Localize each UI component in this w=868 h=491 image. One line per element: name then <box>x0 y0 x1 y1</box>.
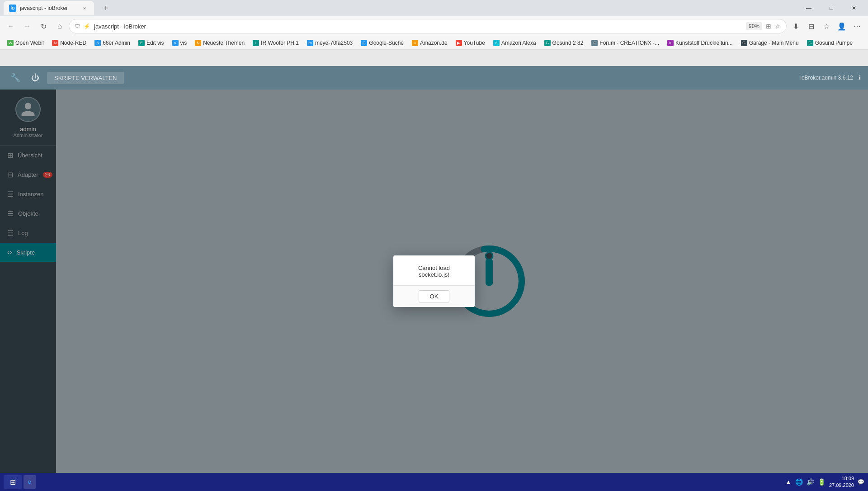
bookmark-favicon: v <box>172 40 179 46</box>
bookmark-neueste-themen[interactable]: NNeueste Themen <box>191 38 248 47</box>
bookmark-gosund-2-82[interactable]: GGosund 2 82 <box>541 38 587 47</box>
bookmark-vis[interactable]: vvis <box>169 38 191 47</box>
bookmark-youtube[interactable]: ▶YouTube <box>452 38 489 47</box>
bookmark-meye-70fa2503[interactable]: mmeye-70fa2503 <box>303 38 356 47</box>
start-button[interactable]: ⊞ <box>4 475 22 489</box>
new-tab-button[interactable]: + <box>99 2 112 14</box>
bookmark-label: Neueste Themen <box>203 40 245 46</box>
minimize-button[interactable]: — <box>798 1 819 15</box>
profile-button[interactable]: 👤 <box>835 19 849 33</box>
bookmark-favicon: G <box>741 40 747 46</box>
bookmark-favicon: F <box>591 40 598 46</box>
address-bar[interactable]: 🛡 ⚡ javascript - ioBroker 90% ⊞ ☆ <box>69 19 787 33</box>
extensions-icon: ⊞ <box>766 23 771 30</box>
bookmark-favicon: ▶ <box>456 40 462 46</box>
bookmark-favicon: N <box>195 40 201 46</box>
bookmark-label: Gosund 2 82 <box>552 40 584 46</box>
home-button[interactable]: ⌂ <box>52 19 67 33</box>
notification-icon[interactable]: 💬 <box>858 479 864 485</box>
bookmark-ir-woofer-ph-1[interactable]: IIR Woofer PH 1 <box>249 38 302 47</box>
collections-button[interactable]: ⊟ <box>804 19 818 33</box>
bookmark-gosund-pumpe[interactable]: GGosund Pumpe <box>803 38 856 47</box>
volume-icon[interactable]: 🔊 <box>807 478 814 486</box>
bookmark-favicon: G <box>361 40 367 46</box>
bookmark-favicon: E <box>138 40 145 46</box>
taskbar-item-edge[interactable]: e <box>24 475 36 489</box>
battery-icon: 🔋 <box>818 478 826 486</box>
bookmark-label: IR Woofer PH 1 <box>261 40 299 46</box>
bookmark-kunststoff-druckleit[interactable]: KKunststoff Druckleitun... <box>664 38 736 47</box>
bookmark-garage---main-menu[interactable]: GGarage - Main Menu <box>737 38 802 47</box>
browser-tab[interactable]: iB javascript - ioBroker × <box>4 1 94 15</box>
taskbar: ⊞ e ▲ 🌐 🔊 🔋 18:09 27.09.2020 💬 <box>0 473 868 491</box>
bookmark-label: Amazon.de <box>420 40 448 46</box>
clock-time: 18:09 <box>829 475 854 482</box>
tab-close-button[interactable]: × <box>80 4 89 12</box>
edge-icon: e <box>28 479 31 485</box>
bookmark-google-suche[interactable]: GGoogle-Suche <box>357 38 407 47</box>
clock-date: 27.09.2020 <box>829 482 854 489</box>
taskbar-items: e <box>24 475 36 489</box>
tray-arrow-icon[interactable]: ▲ <box>785 478 792 486</box>
bookmark-label: Google-Suche <box>369 40 404 46</box>
bookmark-label: Garage - Main Menu <box>749 40 799 46</box>
bookmark-forum---creationx--.[interactable]: FForum - CREATIONX -... <box>588 38 663 47</box>
network-icon: 🌐 <box>795 478 803 486</box>
tab-title: javascript - ioBroker <box>20 5 77 11</box>
error-dialog: Cannot load socket.io.js! OK <box>393 255 475 307</box>
app-header: 🔧 ⏻ SKRIPTE VERWALTEN ioBroker.admin 3.6… <box>0 66 868 90</box>
bookmark-favicon: A <box>493 40 500 46</box>
info-icon: ℹ <box>859 75 861 81</box>
address-text[interactable]: javascript - ioBroker <box>94 23 742 30</box>
manage-scripts-button[interactable]: SKRIPTE VERWALTEN <box>47 72 124 84</box>
bookmark-star-icon[interactable]: ☆ <box>775 23 781 30</box>
navigation-bar: ← → ↻ ⌂ 🛡 ⚡ javascript - ioBroker 90% ⊞ … <box>0 16 868 36</box>
power-icon[interactable]: ⏻ <box>27 70 43 86</box>
zoom-level[interactable]: 90% <box>746 22 762 30</box>
modal-overlay: Cannot load socket.io.js! OK <box>0 90 868 473</box>
bookmark-amazon-alexa[interactable]: AAmazon Alexa <box>490 38 540 47</box>
back-button[interactable]: ← <box>4 19 18 33</box>
bookmark-label: 66er Admin <box>103 40 130 46</box>
bookmark-favicon: I <box>253 40 259 46</box>
windows-icon: ⊞ <box>10 478 16 486</box>
title-bar: iB javascript - ioBroker × + — □ ✕ <box>0 0 868 16</box>
system-clock[interactable]: 18:09 27.09.2020 <box>829 475 854 489</box>
ok-button[interactable]: OK <box>419 290 450 302</box>
shield-icon2: ⚡ <box>84 23 90 29</box>
close-button[interactable]: ✕ <box>844 1 864 15</box>
download-button[interactable]: ⬇ <box>788 19 803 33</box>
bookmark-label: Node-RED <box>60 40 86 46</box>
header-right: ioBroker.admin 3.6.12 ℹ <box>800 75 861 81</box>
bookmark-label: Gosund Pumpe <box>815 40 853 46</box>
bookmark-label: meye-70fa2503 <box>315 40 353 46</box>
security-icon: 🛡 <box>75 23 80 29</box>
tab-favicon: iB <box>9 5 16 12</box>
nav-actions: ⬇ ⊟ ☆ 👤 ⋯ <box>788 19 864 33</box>
bookmark-label: Forum - CREATIONX -... <box>599 40 659 46</box>
bookmarks-bar: WOpen WebifNNode-RED666er AdminEEdit vis… <box>0 36 868 50</box>
version-label: ioBroker.admin 3.6.12 <box>800 75 853 81</box>
menu-button[interactable]: ⋯ <box>850 19 864 33</box>
bookmark-label: Edit vis <box>146 40 164 46</box>
bookmark-node-red[interactable]: NNode-RED <box>48 38 90 47</box>
dialog-footer: OK <box>393 286 475 307</box>
bookmark-label: Amazon Alexa <box>501 40 536 46</box>
bookmark-amazon.de[interactable]: AAmazon.de <box>408 38 451 47</box>
refresh-button[interactable]: ↻ <box>36 19 51 33</box>
bookmark-favicon: A <box>412 40 418 46</box>
bookmark-label: Kunststoff Druckleitun... <box>675 40 733 46</box>
taskbar-tray: ▲ 🌐 🔊 🔋 18:09 27.09.2020 💬 <box>785 475 864 489</box>
forward-button[interactable]: → <box>20 19 34 33</box>
dialog-message: Cannot load socket.io.js! <box>418 264 450 278</box>
favorites-button[interactable]: ☆ <box>819 19 834 33</box>
bookmark-open-webif[interactable]: WOpen Webif <box>4 38 47 47</box>
wrench-icon[interactable]: 🔧 <box>7 70 24 86</box>
maximize-button[interactable]: □ <box>821 1 842 15</box>
header-tools: 🔧 ⏻ SKRIPTE VERWALTEN <box>7 70 124 86</box>
bookmark-66er-admin[interactable]: 666er Admin <box>91 38 134 47</box>
dialog-body: Cannot load socket.io.js! <box>393 255 475 286</box>
bookmark-edit-vis[interactable]: EEdit vis <box>135 38 168 47</box>
bookmark-label: YouTube <box>464 40 485 46</box>
bookmark-favicon: G <box>807 40 813 46</box>
